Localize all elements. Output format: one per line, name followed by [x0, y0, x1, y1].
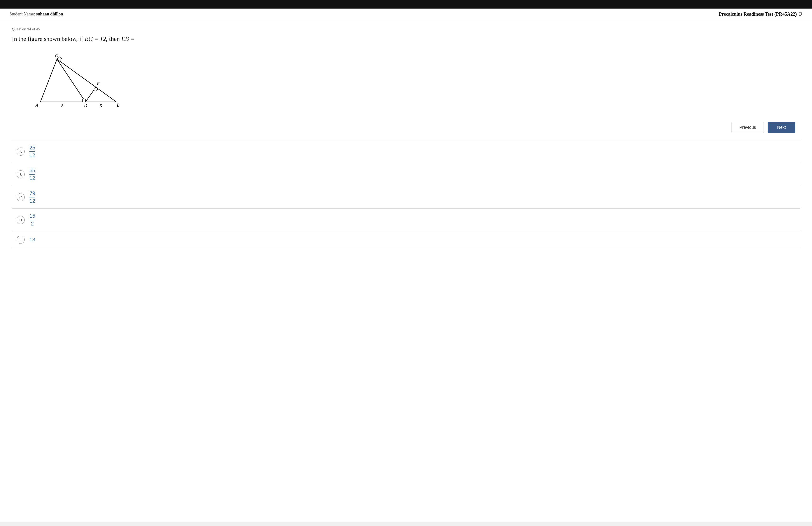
- svg-line-1: [57, 59, 116, 102]
- fraction-b-denominator: 12: [29, 175, 35, 181]
- question-number: Question 34 of 45: [12, 27, 800, 31]
- answer-option-c[interactable]: C 79 12: [12, 186, 800, 209]
- option-circle-e: E: [17, 236, 25, 244]
- label-B: B: [117, 103, 119, 108]
- question-text: In the figure shown below, if BC = 12, t…: [12, 35, 800, 43]
- question-eq-eb: EB =: [121, 35, 135, 42]
- answer-option-a[interactable]: A 25 12: [12, 140, 800, 163]
- fraction-a-numerator: 25: [29, 145, 35, 152]
- option-circle-b: B: [17, 170, 25, 179]
- label-E: E: [97, 82, 100, 86]
- option-circle-d: D: [17, 216, 25, 224]
- triangle-svg: C E A B D 8 5: [26, 49, 126, 111]
- label-D: D: [84, 103, 87, 108]
- nav-buttons: Previous Next: [12, 122, 800, 133]
- test-title: Precalculus Readiness Test (PR45A22) 🗍: [719, 11, 802, 17]
- option-circle-a: A: [17, 147, 25, 156]
- figure-container: C E A B D 8 5: [26, 49, 800, 112]
- fraction-a-denominator: 12: [29, 152, 35, 158]
- next-button[interactable]: Next: [768, 122, 795, 133]
- student-name: suhaan dhillon: [36, 12, 63, 16]
- copy-icon[interactable]: 🗍: [799, 12, 802, 16]
- fraction-e: 13: [29, 237, 35, 243]
- label-8: 8: [61, 103, 63, 108]
- svg-line-0: [40, 59, 57, 102]
- svg-line-3: [57, 59, 86, 102]
- answer-option-e[interactable]: E 13: [12, 231, 800, 248]
- label-5: 5: [100, 103, 102, 108]
- label-C: C: [55, 54, 58, 58]
- answer-option-b[interactable]: B 65 12: [12, 163, 800, 186]
- test-title-text: Precalculus Readiness Test (PR45A22): [719, 11, 797, 17]
- fraction-d: 15 2: [29, 213, 35, 227]
- previous-button[interactable]: Previous: [731, 122, 764, 133]
- fraction-d-numerator: 15: [29, 213, 35, 220]
- main-content: Question 34 of 45 In the figure shown be…: [0, 20, 812, 522]
- fraction-b: 65 12: [29, 168, 35, 182]
- answer-option-d[interactable]: D 15 2: [12, 209, 800, 231]
- fraction-a: 25 12: [29, 145, 35, 159]
- question-middle: , then: [106, 35, 121, 42]
- question-prefix: In the figure shown below, if: [12, 35, 85, 42]
- answer-options: A 25 12 B 65 12 C 79 12 D 15: [12, 140, 800, 248]
- header: Student Name: suhaan dhillon Precalculus…: [0, 9, 812, 20]
- question-eq-bc: BC = 12: [85, 35, 106, 42]
- label-A: A: [35, 103, 39, 108]
- student-label: Student Name:: [10, 12, 35, 16]
- fraction-c-denominator: 12: [29, 197, 35, 204]
- student-name-section: Student Name: suhaan dhillon: [10, 12, 63, 17]
- option-circle-c: C: [17, 193, 25, 201]
- fraction-e-value: 13: [29, 237, 35, 243]
- svg-rect-6: [83, 99, 86, 102]
- fraction-c-numerator: 79: [29, 190, 35, 197]
- fraction-d-denominator: 2: [31, 220, 34, 227]
- top-bar: [0, 0, 812, 9]
- fraction-b-numerator: 65: [29, 168, 35, 175]
- fraction-c: 79 12: [29, 190, 35, 204]
